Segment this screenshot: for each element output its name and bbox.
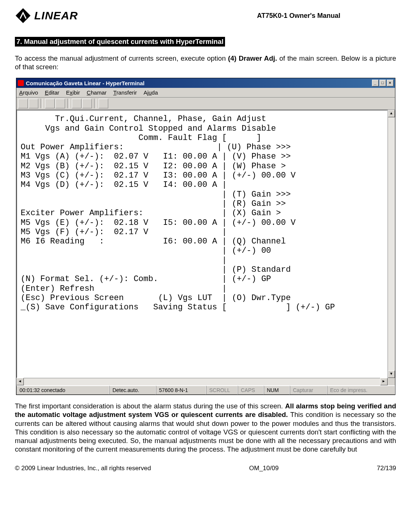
toolbar: [16, 98, 395, 110]
status-caps: CAPS: [238, 386, 264, 395]
status-capture: Capturar: [290, 386, 327, 395]
brand-name: LINEAR: [34, 9, 78, 22]
menu-chamar[interactable]: Chamar: [87, 89, 106, 96]
scroll-corner: [388, 378, 395, 385]
app-icon: [18, 80, 24, 86]
toolbar-separator: [41, 99, 43, 108]
logo-icon: [15, 7, 31, 24]
toolbar-properties-icon[interactable]: [99, 99, 108, 108]
menu-transferir[interactable]: Transferir: [113, 89, 137, 96]
menu-arquivo[interactable]: Arquivo: [19, 89, 38, 96]
menu-editar[interactable]: Editar: [45, 89, 59, 96]
intro-paragraph: To access the manual adjustment of curre…: [15, 54, 396, 71]
toolbar-new-icon[interactable]: [18, 99, 28, 108]
toolbar-hangup-icon[interactable]: [55, 99, 65, 108]
copyright: © 2009 Linear Industries, Inc., all righ…: [15, 465, 151, 472]
intro-bold: (4) Drawer Adj.: [228, 54, 277, 62]
window-titlebar[interactable]: Comunicação Gaveta Linear - HyperTermina…: [16, 78, 395, 88]
menu-ajuda[interactable]: Ajuda: [144, 89, 158, 96]
window-title: Comunicação Gaveta Linear - HyperTermina…: [26, 80, 145, 86]
toolbar-send-icon[interactable]: [72, 99, 81, 108]
manual-title: AT75K0-1 Owner's Manual: [257, 12, 340, 20]
maximize-button[interactable]: □: [379, 80, 386, 86]
page-footer: © 2009 Linear Industries, Inc., all righ…: [15, 465, 396, 472]
toolbar-receive-icon[interactable]: [82, 99, 92, 108]
body-paragraph: The first important consideration is abo…: [15, 402, 396, 453]
status-scroll: SCROLL: [206, 386, 238, 395]
page-number: 72/139: [377, 465, 396, 472]
status-echo: Eco de impress.: [327, 386, 395, 395]
toolbar-call-icon[interactable]: [45, 99, 55, 108]
doc-ref: OM_10/09: [249, 465, 279, 472]
svg-marker-0: [16, 8, 30, 23]
terminal-output[interactable]: Tr.Qui.Current, Channel, Phase, Gain Adj…: [16, 110, 388, 378]
scroll-up-icon[interactable]: ▲: [388, 110, 395, 117]
page-header: LINEAR AT75K0-1 Owner's Manual: [15, 7, 396, 24]
status-detect: Detec.auto.: [109, 386, 156, 395]
brand-logo: LINEAR: [15, 7, 78, 24]
body-text-a: The first important consideration is abo…: [15, 402, 285, 410]
vertical-scrollbar[interactable]: ▲ ▼: [388, 110, 395, 378]
status-connection: 00:01:32 conectado: [16, 386, 109, 395]
toolbar-open-icon[interactable]: [29, 99, 38, 108]
status-baud: 57600 8-N-1: [156, 386, 206, 395]
scroll-left-icon[interactable]: ◄: [16, 378, 24, 385]
close-button[interactable]: ×: [387, 80, 394, 86]
hyperterminal-window: Comunicação Gaveta Linear - HyperTermina…: [16, 78, 395, 395]
toolbar-separator: [94, 99, 96, 108]
scroll-track[interactable]: [388, 117, 395, 370]
section-heading: 7. Manual adjustment of quiescent curren…: [15, 37, 225, 47]
status-num: NUM: [264, 386, 290, 395]
menu-bar: Arquivo Editar Exibir Chamar Transferir …: [16, 88, 395, 98]
menu-exibir[interactable]: Exibir: [66, 89, 80, 96]
hscroll-track[interactable]: [24, 378, 380, 385]
toolbar-separator: [67, 99, 70, 108]
scroll-down-icon[interactable]: ▼: [388, 370, 395, 378]
intro-text-pre: To access the manual adjustment of curre…: [15, 54, 228, 62]
scroll-right-icon[interactable]: ►: [380, 378, 388, 385]
minimize-button[interactable]: _: [372, 80, 379, 86]
status-bar: 00:01:32 conectado Detec.auto. 57600 8-N…: [16, 385, 395, 395]
